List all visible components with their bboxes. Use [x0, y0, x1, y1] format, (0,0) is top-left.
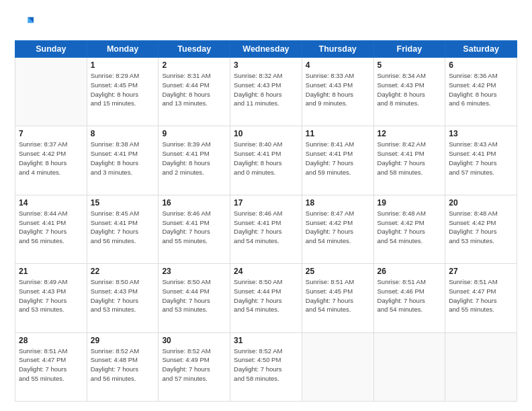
day-number: 26 [378, 267, 442, 276]
weekday-header-row: SundayMondayTuesdayWednesdayThursdayFrid… [15, 41, 517, 58]
day-info: Sunrise: 8:50 AMSunset: 4:44 PMDaylight:… [162, 277, 226, 314]
calendar-cell: 10Sunrise: 8:40 AMSunset: 4:41 PMDayligh… [230, 126, 302, 195]
day-number: 12 [378, 129, 442, 138]
day-number: 23 [162, 267, 226, 276]
day-info: Sunrise: 8:51 AMSunset: 4:47 PMDaylight:… [19, 347, 83, 383]
calendar-cell: 13Sunrise: 8:43 AMSunset: 4:41 PMDayligh… [445, 126, 517, 195]
day-info: Sunrise: 8:46 AMSunset: 4:41 PMDaylight:… [162, 209, 226, 246]
day-number: 29 [91, 336, 155, 345]
day-number: 24 [234, 267, 298, 276]
day-info: Sunrise: 8:45 AMSunset: 4:41 PMDaylight:… [91, 209, 155, 246]
day-info: Sunrise: 8:32 AMSunset: 4:43 PMDaylight:… [234, 71, 298, 108]
day-number: 22 [91, 267, 155, 276]
week-row-3: 14Sunrise: 8:44 AMSunset: 4:41 PMDayligh… [15, 195, 517, 263]
day-number: 6 [449, 60, 513, 70]
calendar-cell: 3Sunrise: 8:32 AMSunset: 4:43 PMDaylight… [230, 58, 302, 126]
day-info: Sunrise: 8:50 AMSunset: 4:44 PMDaylight:… [234, 277, 298, 314]
week-row-4: 21Sunrise: 8:49 AMSunset: 4:43 PMDayligh… [15, 264, 517, 332]
calendar-cell: 22Sunrise: 8:50 AMSunset: 4:43 PMDayligh… [87, 264, 159, 332]
day-info: Sunrise: 8:41 AMSunset: 4:41 PMDaylight:… [306, 140, 370, 177]
day-info: Sunrise: 8:52 AMSunset: 4:49 PMDaylight:… [162, 347, 226, 383]
day-number: 27 [449, 267, 513, 276]
day-number: 18 [306, 198, 370, 208]
calendar-cell: 9Sunrise: 8:39 AMSunset: 4:41 PMDaylight… [159, 126, 230, 195]
week-row-2: 7Sunrise: 8:37 AMSunset: 4:42 PMDaylight… [15, 126, 517, 195]
day-number: 20 [449, 198, 513, 208]
day-info: Sunrise: 8:51 AMSunset: 4:47 PMDaylight:… [449, 277, 513, 314]
day-number: 3 [234, 60, 298, 70]
calendar-cell: 8Sunrise: 8:38 AMSunset: 4:41 PMDaylight… [87, 126, 159, 195]
calendar-cell: 23Sunrise: 8:50 AMSunset: 4:44 PMDayligh… [159, 264, 230, 332]
day-info: Sunrise: 8:52 AMSunset: 4:48 PMDaylight:… [91, 347, 155, 383]
logo-icon [15, 15, 34, 34]
calendar-cell: 12Sunrise: 8:42 AMSunset: 4:41 PMDayligh… [373, 126, 445, 195]
calendar-cell: 24Sunrise: 8:50 AMSunset: 4:44 PMDayligh… [230, 264, 302, 332]
calendar-cell: 14Sunrise: 8:44 AMSunset: 4:41 PMDayligh… [15, 195, 87, 263]
calendar-table: SundayMondayTuesdayWednesdayThursdayFrid… [15, 40, 517, 402]
day-number: 8 [91, 129, 155, 138]
header [15, 12, 517, 34]
calendar-cell: 1Sunrise: 8:29 AMSunset: 4:45 PMDaylight… [87, 58, 159, 126]
day-number: 25 [306, 267, 370, 276]
calendar-cell: 28Sunrise: 8:51 AMSunset: 4:47 PMDayligh… [15, 332, 87, 401]
calendar-cell: 25Sunrise: 8:51 AMSunset: 4:45 PMDayligh… [302, 264, 373, 332]
calendar-cell: 21Sunrise: 8:49 AMSunset: 4:43 PMDayligh… [15, 264, 87, 332]
calendar-cell: 6Sunrise: 8:36 AMSunset: 4:42 PMDaylight… [445, 58, 517, 126]
day-number: 10 [234, 129, 298, 138]
calendar-cell: 17Sunrise: 8:46 AMSunset: 4:41 PMDayligh… [230, 195, 302, 263]
day-info: Sunrise: 8:48 AMSunset: 4:42 PMDaylight:… [449, 209, 513, 246]
day-info: Sunrise: 8:47 AMSunset: 4:42 PMDaylight:… [306, 209, 370, 246]
day-number: 7 [19, 129, 83, 138]
day-number: 2 [162, 60, 226, 70]
day-info: Sunrise: 8:37 AMSunset: 4:42 PMDaylight:… [19, 140, 83, 177]
calendar-cell: 20Sunrise: 8:48 AMSunset: 4:42 PMDayligh… [445, 195, 517, 263]
day-number: 15 [91, 198, 155, 208]
calendar-cell: 18Sunrise: 8:47 AMSunset: 4:42 PMDayligh… [302, 195, 373, 263]
calendar-cell [302, 332, 373, 401]
calendar-cell: 7Sunrise: 8:37 AMSunset: 4:42 PMDaylight… [15, 126, 87, 195]
week-row-5: 28Sunrise: 8:51 AMSunset: 4:47 PMDayligh… [15, 332, 517, 401]
day-number: 4 [306, 60, 370, 70]
weekday-header-thursday: Thursday [302, 41, 373, 58]
day-number: 13 [449, 129, 513, 138]
day-info: Sunrise: 8:31 AMSunset: 4:44 PMDaylight:… [162, 71, 226, 108]
weekday-header-sunday: Sunday [15, 41, 87, 58]
day-info: Sunrise: 8:29 AMSunset: 4:45 PMDaylight:… [91, 71, 155, 108]
calendar-cell: 15Sunrise: 8:45 AMSunset: 4:41 PMDayligh… [87, 195, 159, 263]
calendar-cell: 2Sunrise: 8:31 AMSunset: 4:44 PMDaylight… [159, 58, 230, 126]
weekday-header-monday: Monday [87, 41, 159, 58]
calendar-cell [15, 58, 87, 126]
day-number: 16 [162, 198, 226, 208]
calendar-cell: 29Sunrise: 8:52 AMSunset: 4:48 PMDayligh… [87, 332, 159, 401]
weekday-header-wednesday: Wednesday [230, 41, 302, 58]
day-number: 31 [234, 336, 298, 345]
day-info: Sunrise: 8:43 AMSunset: 4:41 PMDaylight:… [449, 140, 513, 177]
day-info: Sunrise: 8:33 AMSunset: 4:43 PMDaylight:… [306, 71, 370, 108]
calendar-cell: 26Sunrise: 8:51 AMSunset: 4:46 PMDayligh… [373, 264, 445, 332]
calendar-cell [373, 332, 445, 401]
day-number: 21 [19, 267, 83, 276]
calendar-cell: 19Sunrise: 8:48 AMSunset: 4:42 PMDayligh… [373, 195, 445, 263]
calendar-cell: 30Sunrise: 8:52 AMSunset: 4:49 PMDayligh… [159, 332, 230, 401]
day-number: 30 [162, 336, 226, 345]
day-info: Sunrise: 8:38 AMSunset: 4:41 PMDaylight:… [91, 140, 155, 177]
day-number: 19 [378, 198, 442, 208]
day-number: 5 [378, 60, 442, 70]
page: SundayMondayTuesdayWednesdayThursdayFrid… [0, 0, 532, 411]
day-info: Sunrise: 8:42 AMSunset: 4:41 PMDaylight:… [378, 140, 442, 177]
calendar-cell: 5Sunrise: 8:34 AMSunset: 4:43 PMDaylight… [373, 58, 445, 126]
day-info: Sunrise: 8:36 AMSunset: 4:42 PMDaylight:… [449, 71, 513, 108]
day-number: 1 [91, 60, 155, 70]
calendar-cell: 11Sunrise: 8:41 AMSunset: 4:41 PMDayligh… [302, 126, 373, 195]
day-info: Sunrise: 8:51 AMSunset: 4:45 PMDaylight:… [306, 277, 370, 314]
calendar-cell [445, 332, 517, 401]
day-info: Sunrise: 8:52 AMSunset: 4:50 PMDaylight:… [234, 347, 298, 383]
week-row-1: 1Sunrise: 8:29 AMSunset: 4:45 PMDaylight… [15, 58, 517, 126]
calendar-cell: 16Sunrise: 8:46 AMSunset: 4:41 PMDayligh… [159, 195, 230, 263]
calendar-cell: 31Sunrise: 8:52 AMSunset: 4:50 PMDayligh… [230, 332, 302, 401]
day-number: 11 [306, 129, 370, 138]
day-info: Sunrise: 8:34 AMSunset: 4:43 PMDaylight:… [378, 71, 442, 108]
weekday-header-friday: Friday [373, 41, 445, 58]
day-info: Sunrise: 8:44 AMSunset: 4:41 PMDaylight:… [19, 209, 83, 246]
day-number: 28 [19, 336, 83, 345]
